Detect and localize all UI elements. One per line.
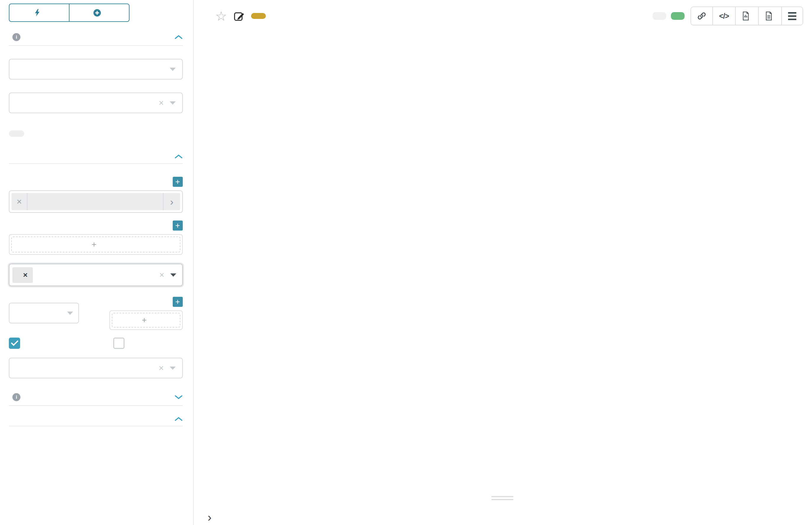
add-sort-metric-dropzone[interactable]: +: [112, 313, 180, 328]
plus-icon: +: [142, 315, 147, 325]
data-panel-toggle[interactable]: ›: [208, 511, 220, 523]
checkbox-checked-icon[interactable]: [9, 338, 20, 349]
clear-icon[interactable]: ×: [159, 363, 164, 373]
add-sort-metric-button[interactable]: +: [173, 297, 183, 307]
remove-metric-icon[interactable]: ×: [12, 193, 28, 210]
chart-panel: ☆ </>: [194, 0, 812, 525]
add-filter-dropzone[interactable]: +: [11, 237, 180, 253]
time-grain-select[interactable]: ×: [9, 92, 183, 113]
save-button[interactable]: [69, 4, 129, 21]
hamburger-menu-icon: [788, 12, 796, 20]
add-metric-button[interactable]: +: [173, 177, 183, 187]
contribution-checkbox[interactable]: [113, 338, 129, 349]
resize-grip-handle[interactable]: [491, 496, 513, 502]
info-icon: [12, 393, 20, 401]
query-timer-badge: [671, 12, 684, 20]
plus-circle-icon: [93, 9, 101, 17]
sort-by-control: +: [109, 310, 183, 330]
chevron-down-icon: [67, 312, 73, 315]
chevron-down-icon: [170, 68, 176, 71]
info-icon: [12, 33, 20, 41]
chevron-up-icon[interactable]: [175, 34, 183, 40]
plus-icon: +: [92, 240, 97, 249]
row-limit-select[interactable]: ×: [9, 358, 183, 378]
export-csv-button[interactable]: [758, 7, 781, 25]
sort-descending-checkbox[interactable]: [9, 338, 83, 349]
time-range-pill[interactable]: [9, 130, 24, 137]
metrics-control: × ›: [9, 190, 183, 213]
clear-icon[interactable]: ×: [159, 270, 164, 280]
time-section-header[interactable]: [9, 33, 183, 41]
series-limit-select[interactable]: [9, 303, 79, 324]
export-button-group: </>: [691, 6, 803, 26]
remove-tag-icon[interactable]: ×: [23, 270, 28, 280]
mini-preview-chart[interactable]: [207, 455, 812, 496]
chevron-down-icon: [170, 101, 176, 105]
time-column-select[interactable]: [9, 59, 183, 79]
run-button[interactable]: [10, 4, 69, 21]
edit-title-icon[interactable]: [233, 10, 245, 21]
altered-badge[interactable]: [251, 13, 266, 19]
row-count-badge: [653, 12, 666, 20]
filters-control: +: [9, 234, 183, 255]
metric-pill[interactable]: × ›: [12, 193, 180, 210]
chevron-right-icon: ›: [208, 511, 211, 523]
add-filter-button[interactable]: +: [173, 221, 183, 230]
annotations-header[interactable]: [9, 417, 183, 422]
code-icon: </>: [719, 12, 729, 20]
group-by-tag[interactable]: ×: [12, 267, 33, 283]
csv-file-icon: [765, 12, 773, 20]
run-save-button-group: [9, 3, 130, 22]
link-icon: [697, 12, 706, 20]
export-json-button[interactable]: [735, 7, 758, 25]
chevron-right-icon[interactable]: ›: [163, 193, 180, 210]
chevron-down-icon: [170, 273, 176, 277]
clear-icon[interactable]: ×: [159, 98, 164, 108]
query-section-header[interactable]: [9, 154, 183, 159]
json-file-icon: [742, 12, 750, 20]
chevron-down-icon: [170, 366, 176, 370]
chevron-up-icon[interactable]: [175, 154, 183, 159]
more-menu-button[interactable]: [781, 7, 802, 25]
control-panel: × + × › + +: [0, 0, 194, 525]
favorite-star-icon[interactable]: ☆: [215, 9, 227, 24]
lightning-bolt-icon: [34, 9, 40, 17]
line-chart[interactable]: [207, 52, 812, 446]
group-by-select[interactable]: × ×: [9, 264, 183, 286]
copy-link-button[interactable]: [691, 7, 712, 25]
embed-code-button[interactable]: </>: [712, 7, 735, 25]
chevron-down-icon[interactable]: [175, 395, 183, 400]
chevron-up-icon[interactable]: [175, 417, 183, 422]
advanced-analytics-header[interactable]: [9, 393, 183, 401]
checkbox-unchecked-icon[interactable]: [113, 338, 124, 349]
